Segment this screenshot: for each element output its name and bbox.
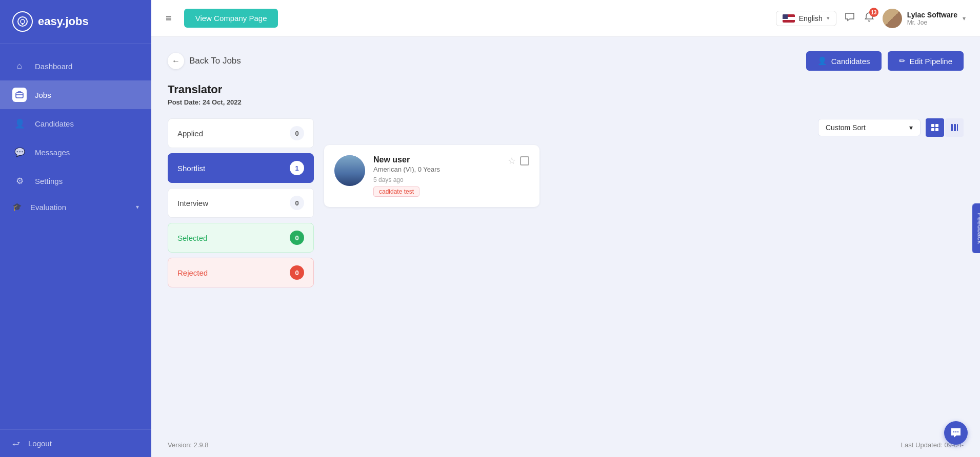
messages-icon: 💬: [12, 145, 27, 159]
sidebar-logo: easy.jobs: [0, 0, 151, 44]
stage-applied[interactable]: Applied 0: [168, 118, 314, 148]
edit-pipeline-button[interactable]: ✏ Edit Pipeline: [888, 51, 964, 71]
stage-rejected[interactable]: Rejected 0: [168, 258, 314, 287]
candidate-avatar: [334, 155, 365, 186]
svg-rect-9: [951, 124, 953, 131]
avatar-image: [883, 9, 902, 28]
sidebar-nav: ⌂ Dashboard Jobs 👤 Candidates 💬 Messages…: [0, 44, 151, 429]
main-area: ≡ View Company Page English ▾ 13: [151, 0, 980, 457]
post-date-label: Post Date:: [168, 98, 201, 106]
back-bar: ← Back To Jobs 👤 Candidates ✏ Edit Pipel…: [168, 51, 964, 71]
pipeline-stages: Applied 0 Shortlist 1 Interview 0 Select…: [168, 118, 314, 287]
svg-rect-8: [935, 128, 938, 131]
candidates-icon: 👤: [12, 116, 27, 131]
candidates-button[interactable]: 👤 Candidates: [806, 51, 882, 71]
candidate-checkbox[interactable]: [520, 156, 529, 165]
logo-icon: [12, 11, 33, 32]
user-name: Lylac Software: [907, 11, 957, 19]
sidebar-item-evaluation[interactable]: 🎓 Evaluation ▾: [0, 195, 151, 219]
chat-bubble-button[interactable]: [944, 421, 968, 445]
svg-rect-11: [957, 124, 958, 131]
edit-icon: ✏: [899, 56, 906, 66]
user-role: Mr. Joe: [907, 19, 957, 26]
notification-icon[interactable]: 13: [864, 12, 874, 25]
sidebar-item-messages[interactable]: 💬 Messages: [0, 138, 151, 167]
lang-chevron-icon: ▾: [827, 15, 830, 22]
back-arrow-icon: ←: [168, 53, 184, 69]
sidebar-item-jobs[interactable]: Jobs: [0, 80, 151, 109]
svg-point-12: [953, 431, 954, 432]
version-label: Version: 2.9.8: [168, 441, 209, 449]
job-date: Post Date: 24 Oct, 2022: [168, 98, 964, 106]
sidebar-item-label: Dashboard: [35, 62, 72, 71]
sidebar-item-label: Settings: [35, 177, 63, 185]
sidebar-item-candidates[interactable]: 👤 Candidates: [0, 109, 151, 138]
pipeline-area: Applied 0 Shortlist 1 Interview 0 Select…: [168, 118, 964, 287]
language-label: English: [799, 14, 823, 23]
svg-rect-10: [954, 124, 956, 131]
logo-text: easy.jobs: [38, 15, 89, 28]
user-menu[interactable]: Lylac Software Mr. Joe ▾: [883, 9, 966, 28]
svg-rect-3: [16, 93, 23, 98]
logout-label: Logout: [28, 439, 52, 448]
svg-point-1: [21, 19, 25, 24]
notification-badge: 13: [869, 8, 878, 17]
back-to-jobs-link[interactable]: ← Back To Jobs: [168, 53, 241, 69]
jobs-icon: [12, 88, 27, 102]
stage-interview[interactable]: Interview 0: [168, 188, 314, 218]
candidate-card[interactable]: New user American (VI), 0 Years 5 days a…: [324, 145, 539, 207]
candidate-location: American (VI), 0 Years: [373, 165, 499, 173]
feedback-tab[interactable]: Feedback: [972, 203, 981, 253]
topbar-icons: 13: [845, 12, 874, 25]
svg-point-14: [957, 431, 958, 432]
user-chevron-icon: ▾: [963, 15, 966, 22]
content-area: ← Back To Jobs 👤 Candidates ✏ Edit Pipel…: [151, 37, 980, 433]
star-icon[interactable]: ☆: [508, 155, 516, 167]
svg-rect-6: [935, 124, 938, 127]
post-date-value: 24 Oct, 2022: [203, 98, 242, 106]
sort-chevron-icon: ▾: [909, 123, 913, 132]
chevron-down-icon: ▾: [136, 203, 139, 211]
svg-rect-7: [931, 128, 934, 131]
sidebar-item-label: Messages: [35, 148, 70, 157]
menu-icon[interactable]: ≡: [166, 12, 172, 24]
svg-point-2: [22, 24, 24, 25]
candidate-tag: cadidate test: [373, 186, 419, 197]
back-actions: 👤 Candidates ✏ Edit Pipeline: [806, 51, 964, 71]
view-toggle: [926, 118, 964, 137]
sidebar-item-label: Evaluation: [30, 203, 66, 212]
sort-label: Custom Sort: [826, 123, 866, 132]
candidate-info: New user American (VI), 0 Years 5 days a…: [373, 155, 499, 197]
list-view-button[interactable]: [945, 118, 964, 137]
candidates-panel: Custom Sort ▾: [324, 118, 964, 207]
view-company-button[interactable]: View Company Page: [184, 9, 278, 28]
sidebar-item-settings[interactable]: ⚙ Settings: [0, 167, 151, 195]
grid-view-button[interactable]: [926, 118, 944, 137]
candidate-name: New user: [373, 155, 499, 164]
back-label: Back To Jobs: [189, 56, 241, 66]
sidebar-item-label: Candidates: [35, 119, 74, 128]
candidates-btn-icon: 👤: [817, 56, 827, 66]
sort-dropdown[interactable]: Custom Sort ▾: [818, 119, 921, 136]
evaluation-icon: 🎓: [12, 202, 22, 212]
svg-rect-5: [931, 124, 934, 127]
language-selector[interactable]: English ▾: [776, 11, 836, 26]
stage-shortlist[interactable]: Shortlist 1: [168, 153, 314, 183]
candidate-actions: ☆: [508, 155, 529, 167]
svg-point-13: [955, 431, 956, 432]
content-footer: Version: 2.9.8 Last Updated: 09-04-: [151, 433, 980, 457]
sidebar-item-dashboard[interactable]: ⌂ Dashboard: [0, 52, 151, 80]
stage-selected[interactable]: Selected 0: [168, 223, 314, 253]
sidebar-item-logout[interactable]: ⮐ Logout: [0, 429, 151, 457]
candidates-btn-label: Candidates: [831, 57, 870, 66]
candidates-toolbar: Custom Sort ▾: [324, 118, 964, 137]
job-title: Translator: [168, 83, 964, 96]
logout-icon: ⮐: [12, 439, 20, 448]
flag-icon: [783, 14, 795, 23]
home-icon: ⌂: [12, 59, 27, 73]
sidebar: easy.jobs ⌂ Dashboard Jobs 👤 Candidates …: [0, 0, 151, 457]
chat-icon[interactable]: [845, 12, 855, 25]
topbar: ≡ View Company Page English ▾ 13: [151, 0, 980, 37]
settings-icon: ⚙: [12, 174, 27, 188]
edit-pipeline-btn-label: Edit Pipeline: [910, 57, 952, 66]
